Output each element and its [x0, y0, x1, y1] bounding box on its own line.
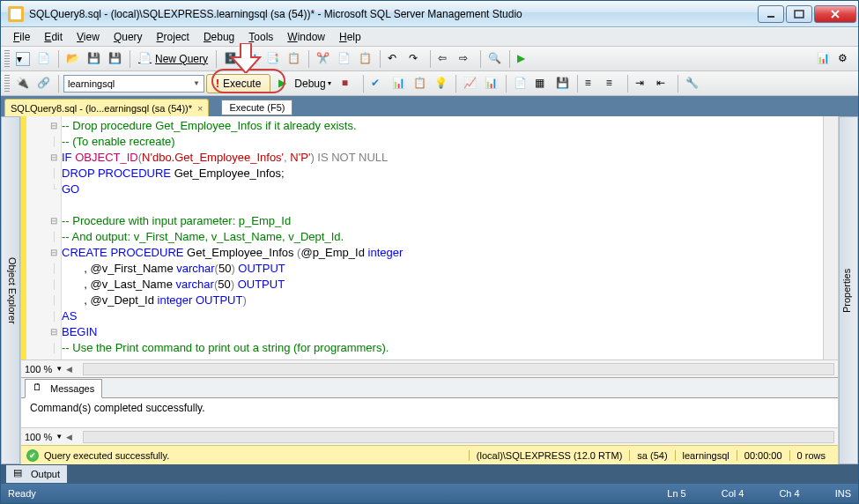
menu-query[interactable]: Query — [107, 29, 150, 45]
mdx-button[interactable]: 📑 — [263, 49, 283, 69]
menu-project[interactable]: Project — [150, 29, 196, 45]
cancel-query-button[interactable]: ■ — [339, 74, 359, 93]
include-plan-button[interactable]: 📈 — [461, 74, 480, 93]
messages-tab-label: Messages — [50, 383, 94, 394]
output-icon: ▤ — [13, 467, 27, 481]
chevron-down-icon[interactable]: ▼ — [56, 433, 63, 441]
outdent-button[interactable]: ⇤ — [654, 74, 673, 93]
debug-label: Debug — [294, 78, 325, 90]
specify-values-button[interactable]: 🔧 — [683, 74, 702, 93]
new-query-button[interactable]: 📄New Query — [135, 52, 211, 66]
messages-pane: 🗒 Messages Command(s) completed successf… — [21, 377, 838, 445]
separator — [380, 50, 381, 68]
dm-button[interactable]: 📋 — [285, 49, 304, 69]
execute-button[interactable]: ! Execute — [206, 74, 270, 93]
new-project-button[interactable]: ▾ — [13, 49, 33, 69]
separator — [678, 75, 678, 93]
output-bar: ▤ Output — [1, 464, 858, 484]
separator — [506, 75, 507, 93]
change-conn-button[interactable]: 🔗 — [34, 74, 54, 93]
chevron-down-icon[interactable]: ▼ — [56, 365, 63, 373]
minimize-button[interactable] — [758, 5, 784, 23]
messages-icon: 🗒 — [33, 382, 47, 396]
toolbar-grip[interactable] — [4, 50, 10, 68]
horizontal-scrollbar[interactable] — [83, 363, 834, 375]
connect-button[interactable]: 🔌 — [13, 74, 33, 93]
app-icon — [8, 6, 24, 22]
maximize-button[interactable] — [786, 5, 812, 23]
output-tab-label: Output — [31, 469, 60, 479]
tab-messages[interactable]: 🗒 Messages — [25, 379, 102, 398]
zoom-value[interactable]: 100 % — [25, 364, 52, 374]
redo-button[interactable]: ↷ — [406, 49, 426, 69]
analysis-button[interactable]: 📊 — [242, 49, 262, 69]
fold-gutter[interactable] — [26, 116, 62, 359]
options-button[interactable]: ⚙ — [835, 49, 855, 69]
uncomment-button[interactable]: ≡ — [604, 74, 623, 93]
separator — [130, 50, 130, 68]
comment-button[interactable]: ≡ — [582, 74, 602, 93]
add-button[interactable]: 📄 — [34, 49, 54, 69]
close-tab-icon[interactable]: × — [197, 103, 203, 114]
tab-sqlquery8[interactable]: SQLQuery8.sql - (lo...earningsql (sa (54… — [4, 99, 209, 116]
db-engine-query-button[interactable]: 🗄️ — [221, 49, 241, 69]
menu-window[interactable]: Window — [280, 29, 332, 45]
horizontal-scrollbar[interactable] — [83, 431, 834, 443]
database-combo[interactable]: learningsql ▼ — [63, 75, 204, 93]
arrow-left-icon[interactable]: ◀ — [66, 433, 72, 441]
toolbar-grip[interactable] — [4, 75, 10, 93]
properties-label: Properties — [841, 268, 852, 312]
menu-debug[interactable]: Debug — [196, 29, 241, 45]
save-all-button[interactable]: 💾 — [106, 49, 125, 69]
code-content[interactable]: -- Drop procedure Get_Employee_Infos if … — [62, 116, 823, 359]
results-text-button[interactable]: 📄 — [511, 74, 530, 93]
nav-fwd-button[interactable]: ⇨ — [456, 49, 476, 69]
cut-button[interactable]: ✂️ — [314, 49, 333, 69]
tab-output[interactable]: ▤ Output — [6, 465, 67, 483]
menu-help[interactable]: Help — [332, 29, 368, 45]
parse-button[interactable]: ✔ — [368, 74, 388, 93]
open-button[interactable]: 📂 — [63, 49, 83, 69]
activity-button[interactable]: 📊 — [814, 49, 833, 69]
results-file-button[interactable]: 💾 — [553, 74, 573, 93]
separator — [509, 50, 510, 68]
estimated-plan-button[interactable]: 📊 — [389, 74, 409, 93]
indent-button[interactable]: ⇥ — [633, 74, 652, 93]
query-status-bar: ✔ Query executed successfully. (local)\S… — [21, 445, 838, 464]
copy-button[interactable]: 📄 — [335, 49, 354, 69]
arrow-left-icon[interactable]: ◀ — [66, 365, 72, 374]
sql-editor[interactable]: -- Drop procedure Get_Employee_Infos if … — [21, 116, 838, 359]
debug-button[interactable]: ▶ Debug ▾ — [272, 74, 337, 93]
query-options-button[interactable]: 📋 — [411, 74, 430, 93]
find-button[interactable]: 🔍 — [485, 49, 505, 69]
object-explorer-panel[interactable]: Object Explorer — [1, 116, 20, 464]
undo-button[interactable]: ↶ — [385, 49, 404, 69]
menu-view[interactable]: View — [70, 29, 107, 45]
execute-label: Execute — [223, 78, 261, 90]
menu-file[interactable]: File — [6, 29, 37, 45]
nav-back-button[interactable]: ⇦ — [435, 49, 455, 69]
status-db: learningsql — [675, 450, 737, 461]
save-button[interactable]: 💾 — [85, 49, 104, 69]
toolbar-sql-editor: 🔌 🔗 learningsql ▼ ! Execute ▶ Debug ▾ ■ … — [1, 71, 858, 96]
properties-panel[interactable]: Properties — [839, 116, 858, 464]
tab-label: SQLQuery8.sql - (lo...earningsql (sa (54… — [11, 103, 192, 114]
document-tabs: SQLQuery8.sql - (lo...earningsql (sa (54… — [1, 96, 858, 116]
messages-body[interactable]: Command(s) completed successfully. — [21, 397, 838, 427]
status-ins: INS — [835, 488, 851, 499]
menu-edit[interactable]: Edit — [37, 29, 70, 45]
results-grid-button[interactable]: ▦ — [532, 74, 552, 93]
intellisense-button[interactable]: 💡 — [432, 74, 451, 93]
chevron-down-icon: ▼ — [193, 79, 200, 87]
start-button[interactable]: ▶ — [515, 49, 534, 69]
status-rows: 0 rows — [789, 450, 833, 461]
separator — [627, 75, 628, 93]
vertical-scrollbar[interactable] — [823, 116, 838, 359]
client-stats-button[interactable]: 📊 — [482, 74, 501, 93]
paste-button[interactable]: 📋 — [356, 49, 375, 69]
close-button[interactable] — [814, 5, 856, 23]
zoom-value[interactable]: 100 % — [25, 432, 52, 442]
tooltip-label: Execute (F5) — [229, 102, 285, 113]
new-query-label: New Query — [155, 53, 208, 65]
menu-tools[interactable]: Tools — [241, 29, 280, 45]
